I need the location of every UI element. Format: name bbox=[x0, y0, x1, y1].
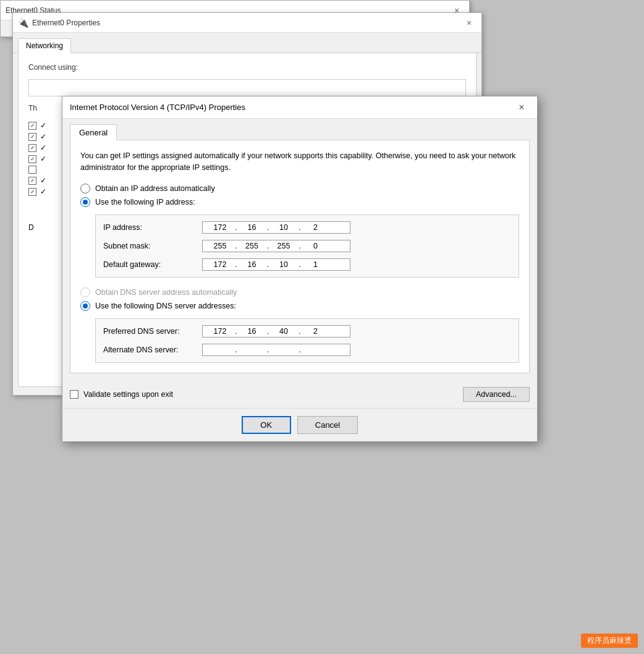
preferred-dns-o3[interactable] bbox=[271, 327, 296, 336]
gateway-o2[interactable] bbox=[239, 260, 264, 269]
alternate-dns-label: Alternate DNS server: bbox=[103, 346, 202, 354]
gateway-input[interactable]: . . . bbox=[202, 258, 350, 271]
ethernet-tabs-row: Networking bbox=[13, 33, 481, 53]
ip-fields-section: IP address: . . . Subnet mask: . bbox=[95, 214, 519, 278]
radio-auto-dns-label: Obtain DNS server address automatically bbox=[95, 288, 237, 297]
radio-auto-ip-label: Obtain an IP address automatically bbox=[95, 184, 215, 193]
alternate-dns-input[interactable]: . . . bbox=[202, 344, 350, 356]
preferred-dns-o2[interactable] bbox=[239, 327, 264, 336]
gateway-o4[interactable] bbox=[303, 260, 328, 269]
radio-auto-dns-option[interactable]: Obtain DNS server address automatically bbox=[80, 287, 519, 297]
watermark: 程序员麻辣烫 bbox=[581, 634, 638, 648]
alternate-dns-o1[interactable] bbox=[208, 346, 232, 354]
subnet-mask-o3[interactable] bbox=[271, 242, 296, 250]
alternate-dns-o3[interactable] bbox=[271, 346, 296, 354]
gateway-o3[interactable] bbox=[271, 260, 296, 269]
dialog-content: You can get IP settings assigned automat… bbox=[70, 140, 530, 373]
ok-button[interactable]: OK bbox=[242, 416, 291, 434]
ip-address-label: IP address: bbox=[103, 223, 202, 232]
subnet-mask-label: Subnet mask: bbox=[103, 242, 202, 250]
dialog-title: Internet Protocol Version 4 (TCP/IPv4) P… bbox=[70, 103, 245, 112]
dialog-titlebar: Internet Protocol Version 4 (TCP/IPv4) P… bbox=[62, 96, 537, 119]
checkbox-3[interactable] bbox=[28, 144, 36, 152]
preferred-dns-input[interactable]: . . . bbox=[202, 325, 350, 338]
ip-address-o3[interactable] bbox=[271, 223, 296, 232]
ethernet-properties-title-text: Ethernet0 Properties bbox=[32, 19, 100, 27]
dns-radio-group: Obtain DNS server address automatically … bbox=[80, 287, 519, 311]
subnet-mask-row: Subnet mask: . . . bbox=[103, 240, 511, 252]
dialog-tabs: General bbox=[62, 119, 537, 140]
preferred-dns-o4[interactable] bbox=[303, 327, 328, 336]
dns-section: Obtain DNS server address automatically … bbox=[80, 287, 519, 363]
ip-address-o1[interactable] bbox=[208, 223, 232, 232]
ip-address-o4[interactable] bbox=[303, 223, 328, 232]
radio-manual-dns-option[interactable]: Use the following DNS server addresses: bbox=[80, 301, 519, 311]
dns-fields-section: Preferred DNS server: . . . Alternate DN… bbox=[95, 318, 519, 363]
checkbox-2[interactable] bbox=[28, 133, 36, 141]
validate-label: Validate settings upon exit bbox=[83, 390, 173, 399]
gateway-row: Default gateway: . . . bbox=[103, 258, 511, 271]
alternate-dns-o2[interactable] bbox=[239, 346, 264, 354]
alternate-dns-row: Alternate DNS server: . . . bbox=[103, 344, 511, 356]
ipv4-properties-dialog: Internet Protocol Version 4 (TCP/IPv4) P… bbox=[62, 96, 538, 442]
tab-general[interactable]: General bbox=[70, 124, 117, 140]
gateway-o1[interactable] bbox=[208, 260, 232, 269]
ethernet-properties-titlebar: 🔌 Ethernet0 Properties × bbox=[13, 13, 481, 33]
preferred-dns-row: Preferred DNS server: . . . bbox=[103, 325, 511, 338]
subnet-mask-o2[interactable] bbox=[239, 242, 264, 250]
radio-manual-ip[interactable] bbox=[80, 197, 90, 207]
subnet-mask-o1[interactable] bbox=[208, 242, 232, 250]
radio-auto-dns[interactable] bbox=[80, 287, 90, 297]
ethernet-properties-title-icon: 🔌 Ethernet0 Properties bbox=[18, 18, 100, 28]
radio-manual-ip-option[interactable]: Use the following IP address: bbox=[80, 197, 519, 207]
radio-manual-ip-label: Use the following IP address: bbox=[95, 198, 195, 206]
ip-address-input[interactable]: . . . bbox=[202, 221, 350, 234]
radio-auto-ip[interactable] bbox=[80, 184, 90, 193]
advanced-button[interactable]: Advanced... bbox=[463, 387, 530, 402]
dialog-buttons: OK Cancel bbox=[62, 408, 537, 441]
ip-address-row: IP address: . . . bbox=[103, 221, 511, 234]
dialog-description: You can get IP settings assigned automat… bbox=[80, 150, 519, 174]
radio-manual-dns-label: Use the following DNS server addresses: bbox=[95, 302, 236, 310]
tab-networking[interactable]: Networking bbox=[18, 38, 71, 53]
checkbox-7[interactable] bbox=[28, 188, 36, 196]
subnet-mask-input[interactable]: . . . bbox=[202, 240, 350, 252]
ip-address-o2[interactable] bbox=[239, 223, 264, 232]
radio-manual-dns[interactable] bbox=[80, 301, 90, 311]
checkbox-4[interactable] bbox=[28, 155, 36, 163]
radio-auto-ip-option[interactable]: Obtain an IP address automatically bbox=[80, 184, 519, 193]
checkbox-1[interactable] bbox=[28, 122, 36, 130]
validate-checkbox[interactable] bbox=[70, 390, 78, 399]
checkbox-5[interactable] bbox=[28, 166, 36, 174]
cancel-button[interactable]: Cancel bbox=[297, 416, 358, 434]
validate-row: Validate settings upon exit Advanced... bbox=[70, 381, 530, 408]
checkbox-6[interactable] bbox=[28, 177, 36, 185]
ip-radio-group: Obtain an IP address automatically Use t… bbox=[80, 184, 519, 207]
ethernet-properties-close[interactable]: × bbox=[462, 15, 477, 30]
preferred-dns-label: Preferred DNS server: bbox=[103, 327, 202, 336]
alternate-dns-o4[interactable] bbox=[303, 346, 328, 354]
subnet-mask-o4[interactable] bbox=[303, 242, 328, 250]
gateway-label: Default gateway: bbox=[103, 260, 202, 269]
dialog-bottom: Validate settings upon exit Advanced... bbox=[62, 373, 537, 408]
dialog-close-btn[interactable]: × bbox=[514, 100, 530, 116]
preferred-dns-o1[interactable] bbox=[208, 327, 232, 336]
validate-left: Validate settings upon exit bbox=[70, 390, 173, 399]
connect-using-label: Connect using: bbox=[23, 58, 471, 77]
